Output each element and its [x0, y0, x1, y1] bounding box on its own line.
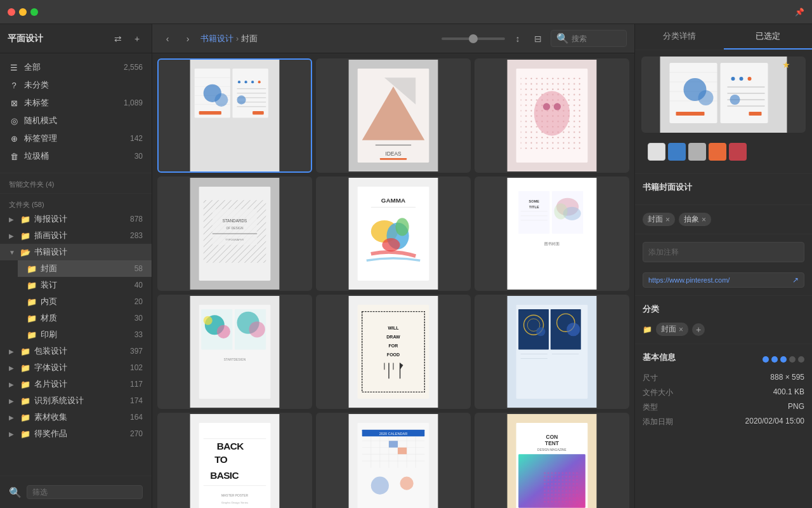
sidebar-item-tagmgr[interactable]: ⊕ 标签管理 142	[0, 130, 152, 147]
grid-item-5[interactable]: GAMMA	[316, 177, 471, 291]
svg-point-8	[214, 93, 228, 107]
svg-rect-212	[749, 112, 762, 116]
folder-icon: 📁	[27, 297, 37, 307]
dot-1[interactable]	[763, 356, 769, 363]
svg-point-51	[396, 218, 409, 236]
sidebar-item-unlabel[interactable]: ⊠ 未标签 1,089	[0, 94, 152, 112]
svg-text:GAMMA: GAMMA	[381, 197, 405, 204]
sidebar-item-asset[interactable]: ▶ 📁 素材收集 164	[0, 409, 152, 425]
sidebar: 平面设计 ⇄ + ☰ 全部 2,556 ? 未分类 ⊠ 未标签 1,089 ◎ …	[0, 24, 152, 508]
grid-item-9[interactable]	[475, 295, 629, 409]
svg-rect-54	[518, 191, 549, 234]
add-collection-button[interactable]: +	[130, 32, 144, 46]
search-container: 🔍	[551, 30, 627, 47]
chevron-right-icon: ▶	[9, 364, 16, 371]
random-icon: ◎	[9, 116, 19, 126]
folder-count: 40	[134, 281, 143, 290]
folder-label: 海报设计	[34, 213, 67, 225]
back-button[interactable]: ‹	[160, 31, 175, 46]
filter-button[interactable]: ⊟	[530, 31, 546, 46]
size-label: 尺寸	[643, 373, 658, 384]
sidebar-bottom: 🔍	[0, 476, 152, 508]
sidebar-search[interactable]: 🔍	[0, 481, 152, 503]
divider	[635, 173, 812, 174]
search-input[interactable]	[572, 34, 622, 43]
tags-section: 封面 × 抽象 ×	[635, 208, 812, 231]
chevron-down-icon: ▼	[9, 249, 16, 256]
color-swatch-3[interactable]	[688, 143, 706, 161]
sidebar-item-binding[interactable]: 📁 装订 40	[18, 277, 152, 293]
sidebar-item-illus[interactable]: ▶ 📁 插画设计 283	[0, 227, 152, 244]
grid-item-2[interactable]: IDEAS	[316, 58, 471, 173]
sidebar-item-award[interactable]: ▶ 📁 得奖作品 270	[0, 425, 152, 442]
sidebar-item-font[interactable]: ▶ 📁 字体设计 102	[0, 359, 152, 376]
sidebar-item-card[interactable]: ▶ 📁 名片设计 117	[0, 376, 152, 392]
chevron-right-icon: ▶	[9, 431, 16, 438]
grid-item-7[interactable]: STARTDESIGN	[157, 295, 312, 409]
color-swatch-5[interactable]	[729, 143, 747, 161]
tag-remove-abstract[interactable]: ×	[702, 215, 706, 224]
add-category-button[interactable]: +	[692, 323, 705, 336]
breadcrumb-sep: ›	[236, 34, 239, 43]
link-url[interactable]: https://www.pinterest.com/	[648, 276, 790, 284]
svg-point-19	[237, 95, 246, 104]
sidebar-item-package[interactable]: ▶ 📁 包装设计 397	[0, 343, 152, 359]
sidebar-item-all[interactable]: ☰ 全部 2,556	[0, 58, 152, 76]
sidebar-item-print[interactable]: 📁 印刷 33	[18, 326, 152, 343]
svg-rect-27	[380, 158, 407, 160]
sidebar-item-material[interactable]: 📁 材质 30	[18, 310, 152, 326]
folder-label: 书籍设计	[34, 246, 67, 258]
sidebar-item-cover[interactable]: 📁 封面 58	[18, 260, 152, 277]
dot-2[interactable]	[771, 356, 778, 363]
grid-item-12[interactable]: CON TENT DESIGN MAGAZINE	[475, 413, 629, 508]
sidebar-item-inner[interactable]: 📁 内页 20	[18, 293, 152, 310]
folder-count: 33	[134, 330, 143, 339]
grid-item-8[interactable]: WILL DRAW FOR FOOD	[316, 295, 471, 409]
grid-item-3[interactable]	[475, 58, 629, 173]
design-title: 书籍封面设计	[643, 182, 804, 193]
external-link-icon[interactable]: ↗	[792, 276, 799, 284]
dot-4[interactable]	[789, 356, 796, 363]
sidebar-item-brand[interactable]: ▶ 📁 识别系统设计 174	[0, 392, 152, 409]
tag-remove-category[interactable]: ×	[679, 325, 683, 334]
close-button[interactable]	[8, 8, 15, 16]
folder-count: 102	[130, 363, 143, 372]
note-input[interactable]: 添加注释	[643, 242, 804, 262]
dot-3[interactable]	[780, 356, 787, 363]
grid-item-11[interactable]: 2020 CALENDAR	[316, 413, 471, 508]
breadcrumb-book[interactable]: 书籍设计	[200, 33, 233, 44]
dot-5[interactable]	[798, 356, 804, 363]
info-section: 基本信息 尺寸 888 × 595 文件大小 400.1 KB 类型 PN	[635, 347, 812, 434]
color-swatch-1[interactable]	[648, 143, 665, 161]
svg-point-33	[543, 103, 550, 110]
grid-item-6[interactable]: SOME TITLE 图书封面	[475, 177, 629, 291]
app-container: 平面设计 ⇄ + ☰ 全部 2,556 ? 未分类 ⊠ 未标签 1,089 ◎ …	[0, 24, 812, 508]
svg-point-32	[534, 91, 570, 135]
category-folder-icon: 📁	[643, 325, 652, 334]
grid-item-10[interactable]: BACK TO BASIC MASTER POSTER Graphic Desi…	[157, 413, 312, 508]
maximize-button[interactable]	[30, 8, 38, 16]
forward-button[interactable]: ›	[180, 31, 195, 46]
color-swatch-2[interactable]	[668, 143, 686, 161]
minimize-button[interactable]	[19, 8, 27, 16]
svg-point-211	[730, 95, 740, 105]
tab-selected[interactable]: 已选定	[724, 24, 813, 50]
sidebar-search-input[interactable]	[27, 485, 143, 499]
sort-button[interactable]: ↕	[510, 31, 525, 46]
grid-item-4[interactable]: STANDARDS OF DESIGN TYPOGRAPHY	[157, 177, 312, 291]
all-icon: ☰	[9, 63, 19, 72]
traffic-lights	[8, 8, 38, 16]
tab-category-detail[interactable]: 分类详情	[635, 24, 724, 50]
color-swatch-4[interactable]	[709, 143, 726, 161]
sidebar-item-random[interactable]: ◎ 随机模式	[0, 112, 152, 130]
zoom-slider[interactable]	[442, 37, 505, 40]
sidebar-item-uncat[interactable]: ? 未分类	[0, 76, 152, 94]
svg-point-202	[698, 90, 714, 105]
grid-item-1[interactable]	[157, 58, 312, 173]
sidebar-item-poster[interactable]: ▶ 📁 海报设计 878	[0, 211, 152, 227]
sidebar-item-trash[interactable]: 🗑 垃圾桶 30	[0, 147, 152, 165]
tag-remove-cover[interactable]: ×	[665, 215, 670, 224]
sidebar-item-book[interactable]: ▼ 📂 书籍设计	[0, 244, 152, 260]
swap-icon[interactable]: ⇄	[111, 32, 125, 46]
chevron-right-icon: ▶	[9, 232, 16, 239]
